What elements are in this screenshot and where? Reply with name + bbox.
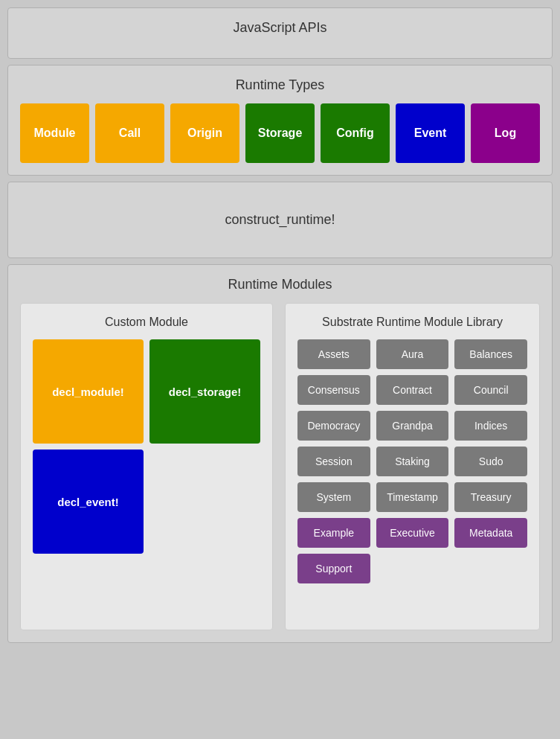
- substrate-tile-consensus[interactable]: Consensus: [297, 375, 370, 405]
- substrate-tile-staking[interactable]: Staking: [376, 447, 449, 476]
- substrate-tile-balances[interactable]: Balances: [454, 339, 527, 369]
- runtime-type-tile-log[interactable]: Log: [471, 103, 540, 163]
- runtime-types-section: Runtime Types ModuleCallOriginStorageCon…: [7, 65, 553, 176]
- decl-storage-tile[interactable]: decl_storage!: [149, 339, 260, 444]
- substrate-tile-executive[interactable]: Executive: [376, 518, 449, 548]
- substrate-tile-aura[interactable]: Aura: [376, 339, 449, 369]
- substrate-tile-treasury[interactable]: Treasury: [454, 482, 527, 512]
- runtime-type-tile-call[interactable]: Call: [95, 103, 164, 163]
- substrate-tile-example[interactable]: Example: [297, 518, 370, 548]
- javascript-apis-section: JavaScript APIs: [7, 7, 553, 59]
- substrate-tile-indices[interactable]: Indices: [454, 411, 527, 441]
- custom-module-title: Custom Module: [33, 316, 260, 329]
- substrate-tile-sudo[interactable]: Sudo: [454, 447, 527, 476]
- substrate-tile-contract[interactable]: Contract: [376, 375, 449, 405]
- runtime-modules-inner: Custom Module decl_module! decl_storage!…: [20, 303, 540, 630]
- substrate-tile-grandpa[interactable]: Grandpa: [376, 411, 449, 441]
- substrate-library-title: Substrate Runtime Module Library: [297, 316, 527, 329]
- runtime-types-row: ModuleCallOriginStorageConfigEventLog: [20, 103, 540, 163]
- construct-runtime-text: construct_runtime!: [20, 194, 540, 246]
- substrate-tile-timestamp[interactable]: Timestamp: [376, 482, 449, 512]
- decl-module-tile[interactable]: decl_module!: [33, 339, 144, 444]
- substrate-tile-system[interactable]: System: [297, 482, 370, 512]
- runtime-type-tile-module[interactable]: Module: [20, 103, 89, 163]
- runtime-type-tile-event[interactable]: Event: [396, 103, 465, 163]
- construct-runtime-section: construct_runtime!: [7, 182, 553, 258]
- custom-module-grid: decl_module! decl_storage! decl_event!: [33, 339, 260, 554]
- substrate-tile-metadata[interactable]: Metadata: [454, 518, 527, 548]
- runtime-modules-section: Runtime Modules Custom Module decl_modul…: [7, 264, 553, 643]
- substrate-tile-assets[interactable]: Assets: [297, 339, 370, 369]
- runtime-modules-title: Runtime Modules: [20, 277, 540, 292]
- substrate-tile-council[interactable]: Council: [454, 375, 527, 405]
- runtime-type-tile-origin[interactable]: Origin: [170, 103, 239, 163]
- javascript-apis-title: JavaScript APIs: [20, 20, 540, 36]
- runtime-types-title: Runtime Types: [20, 77, 540, 93]
- substrate-grid: AssetsAuraBalancesConsensusContractCounc…: [297, 339, 527, 583]
- substrate-tile-democracy[interactable]: Democracy: [297, 411, 370, 441]
- runtime-type-tile-config[interactable]: Config: [321, 103, 390, 163]
- substrate-tile-session[interactable]: Session: [297, 447, 370, 476]
- substrate-library-box: Substrate Runtime Module Library AssetsA…: [285, 303, 540, 630]
- runtime-type-tile-storage[interactable]: Storage: [245, 103, 315, 163]
- decl-event-tile[interactable]: decl_event!: [33, 450, 144, 554]
- substrate-tile-support[interactable]: Support: [297, 554, 370, 583]
- custom-module-box: Custom Module decl_module! decl_storage!…: [20, 303, 273, 630]
